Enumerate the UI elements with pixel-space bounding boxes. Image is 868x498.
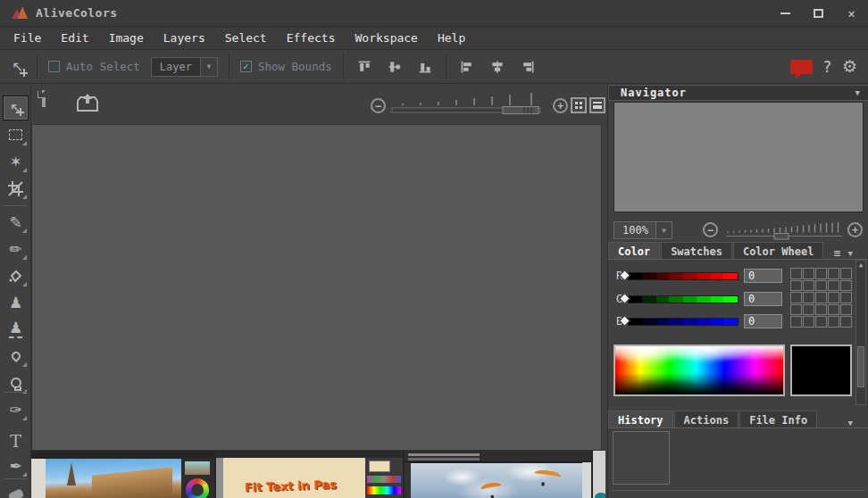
menu-select[interactable]: Select — [215, 28, 277, 48]
blue-value-input[interactable] — [744, 314, 782, 328]
panel-menu-icon[interactable]: ≡ — [834, 247, 841, 259]
selection-tool[interactable] — [3, 122, 29, 147]
tab-color-wheel[interactable]: Color Wheel — [733, 242, 823, 259]
menu-image[interactable]: Image — [99, 28, 154, 48]
recent-file-thumbnail-city[interactable] — [31, 451, 214, 498]
recent-file-thumbnail-paragliders[interactable] — [405, 451, 591, 498]
swatch-cell[interactable] — [815, 316, 827, 328]
list-view-button[interactable] — [589, 97, 605, 113]
align-right-edges-button[interactable] — [515, 54, 540, 79]
tab-color[interactable]: Color — [608, 242, 660, 259]
navigator-zoom-in-button[interactable]: + — [847, 222, 863, 237]
move-tool[interactable]: ↖ — [3, 95, 29, 120]
align-vertical-centers-button[interactable] — [382, 54, 407, 79]
pen-tool[interactable]: ✒ — [3, 453, 29, 478]
close-button[interactable]: ✕ — [835, 0, 868, 26]
text-tool[interactable]: T — [3, 428, 29, 453]
blur-tool[interactable] — [3, 344, 29, 369]
chevron-down-icon[interactable]: ▼ — [855, 88, 860, 97]
swatch-cell[interactable] — [828, 280, 839, 292]
eraser-tool[interactable] — [3, 483, 29, 498]
chevron-down-icon[interactable]: ▼ — [848, 249, 853, 258]
navigator-zoom-select[interactable]: 100% ▼ — [613, 221, 672, 239]
red-value-input[interactable] — [744, 269, 782, 283]
swatch-cell[interactable] — [828, 316, 839, 328]
swatch-cell[interactable] — [803, 304, 814, 316]
auto-select-checkbox[interactable] — [48, 61, 60, 72]
zoom-slider[interactable] — [390, 93, 542, 116]
swatch-cell[interactable] — [840, 292, 852, 303]
minimize-button[interactable] — [769, 0, 802, 26]
menu-workspace[interactable]: Workspace — [346, 28, 428, 48]
zoom-out-button[interactable]: − — [371, 98, 386, 113]
swatch-cell[interactable] — [790, 316, 802, 328]
menu-effects[interactable]: Effects — [277, 28, 346, 48]
chevron-down-icon[interactable]: ▼ — [848, 419, 853, 427]
tile-view-button[interactable] — [571, 97, 587, 113]
tab-file-info[interactable]: File Info — [739, 411, 817, 427]
align-horizontal-centers-button[interactable] — [485, 54, 510, 79]
scrollbar-thumb[interactable] — [857, 346, 864, 387]
align-left-edges-button[interactable] — [455, 54, 480, 79]
maximize-button[interactable] — [802, 0, 835, 26]
history-snapshot-slot[interactable] — [613, 431, 670, 485]
swatch-cell[interactable] — [803, 292, 814, 303]
swatch-cell[interactable] — [790, 268, 802, 279]
menu-file[interactable]: File — [4, 28, 51, 48]
menu-edit[interactable]: Edit — [51, 28, 98, 48]
swatch-cell[interactable] — [803, 316, 814, 328]
artistic-brush-tool[interactable]: ✑ — [3, 397, 29, 422]
new-document-button[interactable] — [42, 92, 46, 105]
blue-slider[interactable] — [628, 318, 739, 326]
document-canvas[interactable] — [31, 124, 602, 451]
help-button[interactable]: ? — [823, 58, 831, 76]
swatch-cell[interactable] — [790, 280, 802, 292]
tab-swatches[interactable]: Swatches — [661, 242, 732, 259]
fill-tool[interactable] — [3, 263, 29, 288]
swatch-cell[interactable] — [815, 304, 827, 316]
swatch-cell[interactable] — [840, 304, 852, 316]
swatch-cell[interactable] — [815, 292, 827, 303]
color-panel-scrollbar[interactable]: ▲ — [855, 260, 866, 405]
clone-stamp-tool[interactable]: ♟ — [3, 290, 29, 315]
color-spectrum-picker[interactable] — [613, 344, 785, 396]
preferences-button[interactable]: ⚙ — [842, 58, 857, 75]
align-top-edges-button[interactable] — [352, 54, 377, 79]
swatch-cell[interactable] — [815, 268, 827, 279]
swatch-cell[interactable] — [815, 280, 827, 292]
pattern-stamp-tool[interactable]: ♟ — [3, 317, 29, 342]
layer-target-select[interactable]: Layer ▼ — [151, 57, 218, 77]
green-slider[interactable] — [628, 295, 739, 303]
swatch-cell[interactable] — [828, 268, 839, 279]
recent-file-thumbnail-partial[interactable] — [593, 451, 605, 498]
feedback-button[interactable] — [790, 60, 813, 74]
zoom-slider-handle[interactable] — [503, 107, 538, 114]
swatch-cell[interactable] — [840, 316, 852, 328]
scroll-up-icon[interactable]: ▲ — [859, 261, 863, 270]
swatch-grid[interactable] — [790, 268, 852, 328]
navigator-header[interactable]: Navigator ▼ — [608, 85, 868, 101]
align-bottom-edges-button[interactable] — [413, 54, 438, 79]
menu-help[interactable]: Help — [428, 28, 475, 48]
magic-wand-tool[interactable]: ✶ — [3, 149, 29, 174]
crop-tool[interactable] — [3, 176, 29, 201]
green-value-input[interactable] — [744, 292, 782, 306]
recent-file-thumbnail-text-effect[interactable]: Fit Text in Pas — [216, 451, 403, 498]
show-bounds-checkbox[interactable]: ✓ — [240, 61, 252, 72]
swatch-cell[interactable] — [828, 292, 839, 303]
swatch-cell[interactable] — [803, 268, 814, 279]
open-file-button[interactable] — [76, 92, 99, 116]
swatch-cell[interactable] — [790, 304, 802, 316]
navigator-preview[interactable] — [613, 102, 864, 212]
color-brush-tool[interactable]: ✎ — [3, 210, 29, 235]
tab-history[interactable]: History — [608, 411, 673, 427]
chalk-tool[interactable]: ✏ — [3, 237, 29, 261]
navigator-slider-handle[interactable] — [774, 234, 789, 240]
swatch-cell[interactable] — [828, 304, 839, 316]
navigator-zoom-out-button[interactable]: − — [703, 222, 718, 237]
red-slider[interactable] — [628, 272, 739, 280]
swatch-cell[interactable] — [840, 280, 852, 292]
navigator-zoom-slider[interactable] — [724, 220, 844, 240]
swatch-cell[interactable] — [840, 268, 852, 279]
menu-layers[interactable]: Layers — [154, 28, 215, 48]
